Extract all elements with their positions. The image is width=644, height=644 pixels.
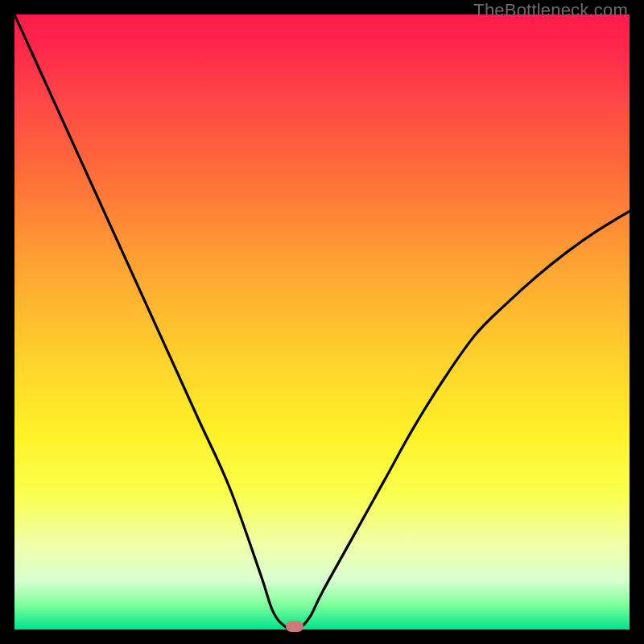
bottleneck-curve	[14, 14, 630, 630]
chart-container: TheBottleneck.com	[0, 0, 644, 644]
plot-area	[14, 14, 630, 630]
minimum-marker	[286, 621, 303, 632]
curve-path	[14, 14, 630, 630]
